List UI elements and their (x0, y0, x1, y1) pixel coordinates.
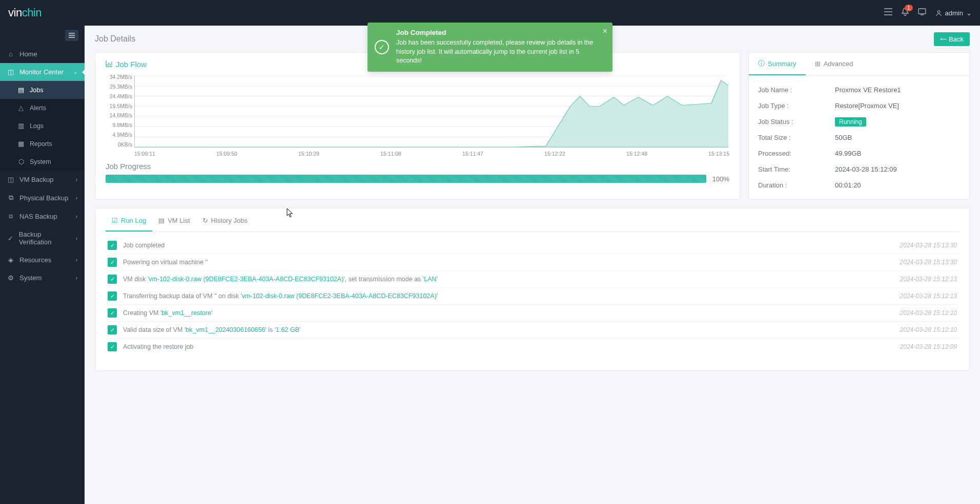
user-menu[interactable]: admin ⌄ (935, 9, 972, 17)
username: admin (945, 9, 963, 17)
bell-icon[interactable]: 1 (902, 8, 909, 18)
chevron-down-icon: ⌄ (966, 9, 972, 17)
topbar: vinchin 1 admin ⌄ (0, 0, 980, 26)
logo: vinchin (8, 6, 42, 19)
list-icon[interactable] (884, 8, 892, 17)
svg-point-1 (937, 10, 940, 13)
toast-notification: ✓ × Job Completed Job has been successfu… (368, 23, 612, 26)
monitor-icon[interactable] (918, 8, 926, 17)
svg-rect-0 (918, 9, 926, 14)
notification-badge: 1 (905, 5, 913, 11)
